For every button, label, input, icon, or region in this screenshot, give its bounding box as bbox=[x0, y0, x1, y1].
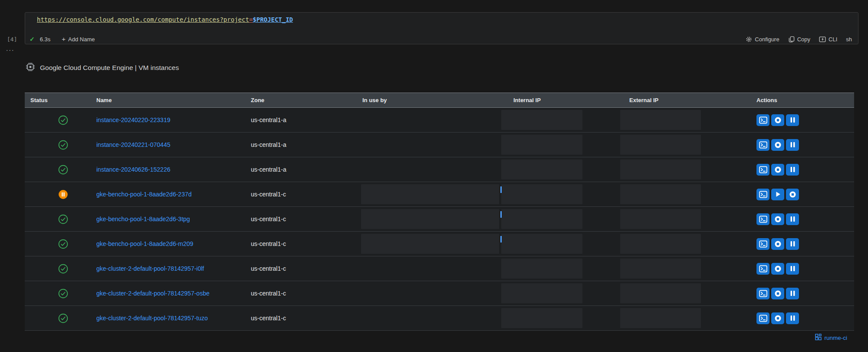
redacted-internal-ip bbox=[501, 234, 582, 254]
copy-button[interactable]: Copy bbox=[788, 36, 810, 43]
redacted-internal-ip bbox=[501, 135, 582, 155]
stop-button[interactable] bbox=[771, 213, 784, 225]
actions-cell bbox=[756, 189, 854, 200]
stop-button[interactable] bbox=[771, 312, 784, 324]
instance-link[interactable]: instance-20240626-152226 bbox=[96, 166, 170, 173]
text-cursor-artifact bbox=[500, 186, 502, 193]
ssh-button[interactable] bbox=[756, 263, 769, 275]
table-row: instance-20240626-152226 us-central1-a bbox=[25, 157, 854, 182]
suspend-button[interactable] bbox=[786, 288, 799, 299]
actions-cell bbox=[756, 114, 854, 126]
ssh-button[interactable] bbox=[756, 213, 769, 225]
ssh-button[interactable] bbox=[756, 312, 769, 324]
stop-button[interactable] bbox=[786, 189, 799, 200]
text-cursor-artifact bbox=[500, 236, 502, 242]
code-url-link[interactable]: https://console.cloud.google.com/compute… bbox=[37, 16, 293, 23]
success-check-icon: ✓ bbox=[30, 36, 35, 43]
ssh-button[interactable] bbox=[756, 164, 769, 176]
column-header-actions: Actions bbox=[756, 97, 854, 103]
zone-cell: us-central1-c bbox=[251, 315, 362, 322]
ssh-button[interactable] bbox=[756, 288, 769, 299]
gear-icon bbox=[746, 36, 752, 43]
cell-status-left: ✓ 6.3s + Add Name bbox=[30, 36, 95, 43]
instance-link[interactable]: gke-bencho-pool-1-8aade2d6-237d bbox=[96, 191, 192, 198]
suspend-button[interactable] bbox=[786, 263, 799, 275]
ssh-button[interactable] bbox=[756, 114, 769, 126]
redacted-external-ip bbox=[620, 209, 701, 229]
cli-label: CLI bbox=[829, 36, 837, 43]
zone-cell: us-central1-c bbox=[251, 191, 362, 198]
status-suspended-icon bbox=[58, 189, 69, 200]
ssh-button[interactable] bbox=[756, 189, 769, 200]
redacted-in-use-by bbox=[361, 209, 499, 229]
play-icon bbox=[775, 191, 781, 197]
suspend-button[interactable] bbox=[786, 213, 799, 225]
instance-link[interactable]: gke-bencho-pool-1-8aade2d6-m209 bbox=[96, 240, 193, 248]
zone-cell: us-central1-a bbox=[251, 166, 362, 173]
redacted-internal-ip bbox=[501, 110, 582, 130]
stop-circle-icon bbox=[774, 315, 782, 322]
suspend-button[interactable] bbox=[786, 114, 799, 126]
pause-icon bbox=[790, 216, 796, 222]
status-cell bbox=[25, 189, 96, 200]
pause-icon bbox=[790, 315, 796, 321]
redacted-internal-ip bbox=[501, 159, 582, 179]
instance-link[interactable]: gke-cluster-2-default-pool-78142957-osbe bbox=[96, 290, 210, 297]
name-cell: gke-bencho-pool-1-8aade2d6-3tpg bbox=[96, 216, 251, 223]
stop-button[interactable] bbox=[771, 139, 784, 151]
instance-link[interactable]: gke-bencho-pool-1-8aade2d6-3tpg bbox=[96, 216, 190, 223]
stop-button[interactable] bbox=[771, 238, 784, 250]
name-cell: gke-cluster-2-default-pool-78142957-osbe bbox=[96, 290, 251, 297]
actions-cell bbox=[756, 238, 854, 250]
terminal-icon bbox=[759, 240, 767, 248]
actions-cell bbox=[756, 288, 854, 299]
collapsed-indicator[interactable]: ... bbox=[6, 45, 14, 53]
suspend-button[interactable] bbox=[786, 312, 799, 324]
table-header: Status Name Zone In use by Internal IP E… bbox=[25, 93, 854, 108]
suspend-button[interactable] bbox=[786, 164, 799, 176]
add-name-label: Add Name bbox=[68, 36, 95, 43]
name-cell: instance-20240221-070445 bbox=[96, 141, 251, 149]
zone-cell: us-central1-c bbox=[251, 216, 362, 222]
stop-button[interactable] bbox=[771, 164, 784, 176]
status-cell bbox=[25, 115, 96, 126]
stop-button[interactable] bbox=[771, 288, 784, 299]
stop-circle-icon bbox=[774, 240, 782, 248]
cli-button[interactable]: CLI bbox=[819, 36, 837, 43]
notebook-page: [4] https://console.cloud.google.com/com… bbox=[0, 0, 868, 352]
status-cell bbox=[25, 164, 96, 175]
instance-link[interactable]: gke-cluster-2-default-pool-78142957-i0lf bbox=[96, 265, 204, 272]
ssh-button[interactable] bbox=[756, 238, 769, 250]
name-cell: gke-bencho-pool-1-8aade2d6-m209 bbox=[96, 240, 251, 248]
configure-label: Configure bbox=[755, 36, 779, 43]
name-cell: gke-cluster-2-default-pool-78142957-i0lf bbox=[96, 265, 251, 272]
stop-circle-icon bbox=[774, 116, 782, 124]
runme-ci-link[interactable]: runme-ci bbox=[824, 335, 847, 341]
table-row: gke-cluster-2-default-pool-78142957-tuzo… bbox=[25, 306, 854, 331]
configure-button[interactable]: Configure bbox=[746, 36, 779, 43]
copy-label: Copy bbox=[797, 36, 810, 43]
redacted-in-use-by bbox=[361, 184, 499, 204]
add-name-button[interactable]: + Add Name bbox=[62, 36, 95, 43]
stop-button[interactable] bbox=[771, 114, 784, 126]
actions-cell bbox=[756, 263, 854, 275]
suspend-button[interactable] bbox=[786, 139, 799, 151]
start-button[interactable] bbox=[771, 189, 784, 200]
redacted-external-ip bbox=[620, 184, 701, 204]
output-title: Google Cloud Compute Engine | VM instanc… bbox=[40, 64, 179, 72]
instance-link[interactable]: instance-20240220-223319 bbox=[96, 116, 170, 124]
ssh-button[interactable] bbox=[756, 139, 769, 151]
url-text[interactable]: https://console.cloud.google.com/compute… bbox=[37, 16, 249, 23]
stop-button[interactable] bbox=[771, 263, 784, 275]
pause-icon bbox=[790, 290, 796, 296]
instance-link[interactable]: gke-cluster-2-default-pool-78142957-tuzo bbox=[96, 315, 208, 322]
status-running-icon bbox=[58, 263, 69, 274]
url-project-id-variable[interactable]: $PROJECT_ID bbox=[253, 16, 293, 23]
table-row: gke-cluster-2-default-pool-78142957-osbe… bbox=[25, 281, 854, 306]
terminal-icon bbox=[759, 191, 767, 198]
suspend-button[interactable] bbox=[786, 238, 799, 250]
table-row: instance-20240220-223319 us-central1-a bbox=[25, 108, 854, 133]
redacted-external-ip bbox=[620, 135, 701, 155]
instance-link[interactable]: instance-20240221-070445 bbox=[96, 141, 170, 149]
column-header-status: Status bbox=[25, 97, 96, 103]
